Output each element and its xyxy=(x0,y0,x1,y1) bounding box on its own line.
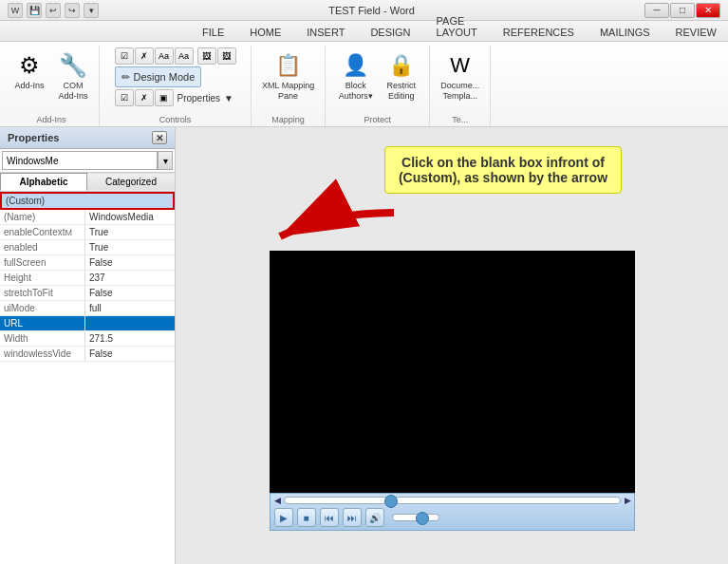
player-controls: ◀ ▶ ▶ ■ ⏮ ⏭ 🔊 xyxy=(270,493,635,531)
ctrl-btn-2[interactable]: ✗ xyxy=(135,89,154,106)
undo-icon[interactable]: ↩ xyxy=(46,3,61,18)
controls-right: 🖼 🖼 xyxy=(197,47,236,65)
ribbon: ⚙ Add-Ins 🔧 COMAdd-Ins Add-Ins ☑ ✗ Aa Aa… xyxy=(0,42,728,127)
play-button[interactable]: ▶ xyxy=(274,508,293,527)
prop-name-name: (Name) xyxy=(0,210,85,224)
com-add-ins-button[interactable]: 🔧 COMAdd-Ins xyxy=(53,47,93,104)
protect-content: 👤 BlockAuthors▾ 🔒 RestrictEditing xyxy=(334,47,421,124)
add-ins-button[interactable]: ⚙ Add-Ins xyxy=(9,47,49,94)
tab-references[interactable]: REFERENCES xyxy=(491,23,587,41)
prop-value-enablecontext[interactable]: True xyxy=(85,225,175,239)
maximize-button[interactable]: □ xyxy=(670,3,695,18)
properties-close-button[interactable]: ✕ xyxy=(152,131,167,144)
tab-mailings[interactable]: MAILINGS xyxy=(588,23,663,41)
tab-home[interactable]: HOME xyxy=(237,23,293,41)
custom-row[interactable]: (Custom) xyxy=(0,192,175,210)
checkbox-3[interactable]: Aa xyxy=(155,47,174,65)
tab-alphabetic[interactable]: Alphabetic xyxy=(0,173,87,191)
word-icon: W xyxy=(8,3,23,18)
doc-area: Click on the blank box infront of(Custom… xyxy=(176,127,728,564)
prop-value-name[interactable]: WindowsMedia xyxy=(85,210,175,224)
seek-left-indicator: ◀ xyxy=(274,496,280,505)
group-button[interactable]: ▼ xyxy=(224,93,233,103)
tab-categorized[interactable]: Categorized xyxy=(87,173,175,191)
volume-button[interactable]: 🔊 xyxy=(365,508,384,527)
media-player-video xyxy=(270,251,635,493)
img-btn-2[interactable]: 🖼 xyxy=(217,47,236,65)
prop-value-enabled[interactable]: True xyxy=(85,240,175,254)
prop-row-uimode: uiMode full xyxy=(0,301,175,316)
tab-file[interactable]: FILE xyxy=(190,23,236,41)
tab-design[interactable]: DESIGN xyxy=(358,23,422,41)
seek-bar[interactable] xyxy=(284,497,621,504)
properties-button[interactable]: Properties xyxy=(177,93,221,103)
title-bar-left: W 💾 ↩ ↪ ▾ xyxy=(8,3,99,18)
xml-mapping-label: XML MappingPane xyxy=(262,81,314,102)
prop-row-url: URL xyxy=(0,316,175,331)
checkbox-1[interactable]: ☑ xyxy=(115,47,134,65)
prop-row-height: Height 237 xyxy=(0,271,175,286)
ribbon-group-templates: W Docume...Templa... Te... xyxy=(430,46,491,126)
prop-value-url[interactable] xyxy=(85,316,175,330)
controls-group-label: Controls xyxy=(100,115,251,124)
save-icon[interactable]: 💾 xyxy=(27,3,42,18)
prop-name-enablecontext: enableContextM xyxy=(0,225,85,239)
properties-row: ☑ ✗ ▣ Properties ▼ xyxy=(115,89,233,106)
prop-value-stretchtofit[interactable]: False xyxy=(85,286,175,300)
ribbon-tabs: FILE HOME INSERT DESIGN PAGE LAYOUT REFE… xyxy=(0,21,728,42)
tab-page-layout[interactable]: PAGE LAYOUT xyxy=(424,11,490,41)
object-dropdown[interactable] xyxy=(2,151,158,170)
redo-icon[interactable]: ↪ xyxy=(65,3,80,18)
prop-value-height[interactable]: 237 xyxy=(85,271,175,285)
img-btn[interactable]: 🖼 xyxy=(197,47,216,65)
next-button[interactable]: ⏭ xyxy=(343,508,362,527)
object-dropdown-arrow[interactable]: ▾ xyxy=(158,151,173,170)
block-authors-label: BlockAuthors▾ xyxy=(339,81,373,102)
xml-mapping-button[interactable]: 📋 XML MappingPane xyxy=(257,47,319,104)
minimize-button[interactable]: ─ xyxy=(644,3,669,18)
stop-button[interactable]: ■ xyxy=(297,508,316,527)
design-mode-icon: ✏ xyxy=(121,71,130,84)
mapping-content: 📋 XML MappingPane xyxy=(257,47,319,124)
volume-slider[interactable] xyxy=(392,514,439,521)
prop-value-uimode[interactable]: full xyxy=(85,301,175,315)
add-ins-group-label: Add-Ins xyxy=(4,115,99,124)
ribbon-group-protect: 👤 BlockAuthors▾ 🔒 RestrictEditing Protec… xyxy=(326,46,430,126)
window-title: TEST Field - Word xyxy=(328,5,415,16)
prev-button[interactable]: ⏮ xyxy=(320,508,339,527)
checkbox-4[interactable]: Aa xyxy=(175,47,194,65)
controls-bottom: ☑ ✗ ▣ xyxy=(115,89,174,106)
prop-row-width: Width 271.5 xyxy=(0,331,175,347)
close-button[interactable]: ✕ xyxy=(696,3,720,18)
window-controls: ─ □ ✕ xyxy=(644,3,720,18)
block-authors-button[interactable]: 👤 BlockAuthors▾ xyxy=(334,47,378,104)
prop-value-windowlessvideo[interactable]: False xyxy=(85,347,175,361)
quick-access-icon[interactable]: ▾ xyxy=(84,3,99,18)
control-buttons: ▶ ■ ⏮ ⏭ 🔊 xyxy=(274,508,630,527)
properties-panel: Properties ✕ ▾ Alphabetic Categorized (C… xyxy=(0,127,176,564)
properties-tabs: Alphabetic Categorized xyxy=(0,173,175,192)
seek-bar-container: ◀ ▶ xyxy=(274,496,630,505)
prop-name-width: Width xyxy=(0,331,85,346)
annotation-box: Click on the blank box infront of(Custom… xyxy=(384,146,622,194)
ctrl-btn-3[interactable]: ▣ xyxy=(155,89,174,106)
tab-review[interactable]: REVIEW xyxy=(663,23,728,41)
prop-value-width[interactable]: 271.5 xyxy=(85,331,175,346)
com-add-ins-label: COMAdd-Ins xyxy=(58,81,87,102)
com-add-ins-icon: 🔧 xyxy=(58,50,88,81)
restrict-editing-button[interactable]: 🔒 RestrictEditing xyxy=(382,47,421,104)
prop-row-stretchtofit: stretchToFit False xyxy=(0,286,175,301)
prop-row-fullscreen: fullScreen False xyxy=(0,255,175,271)
prop-value-fullscreen[interactable]: False xyxy=(85,255,175,270)
checkbox-2[interactable]: ✗ xyxy=(135,47,154,65)
ctrl-btn-1[interactable]: ☑ xyxy=(115,89,134,106)
tab-insert[interactable]: INSERT xyxy=(294,23,357,41)
mapping-group-label: Mapping xyxy=(252,115,325,124)
object-selector: ▾ xyxy=(0,149,175,173)
prop-name-windowlessvideo: windowlessVide xyxy=(0,347,85,361)
prop-name-uimode: uiMode xyxy=(0,301,85,315)
design-mode-row: ✏ Design Mode xyxy=(115,66,202,87)
design-mode-button[interactable]: ✏ Design Mode xyxy=(115,66,202,87)
main-layout: Properties ✕ ▾ Alphabetic Categorized (C… xyxy=(0,127,728,564)
document-template-button[interactable]: W Docume...Templa... xyxy=(436,47,484,104)
